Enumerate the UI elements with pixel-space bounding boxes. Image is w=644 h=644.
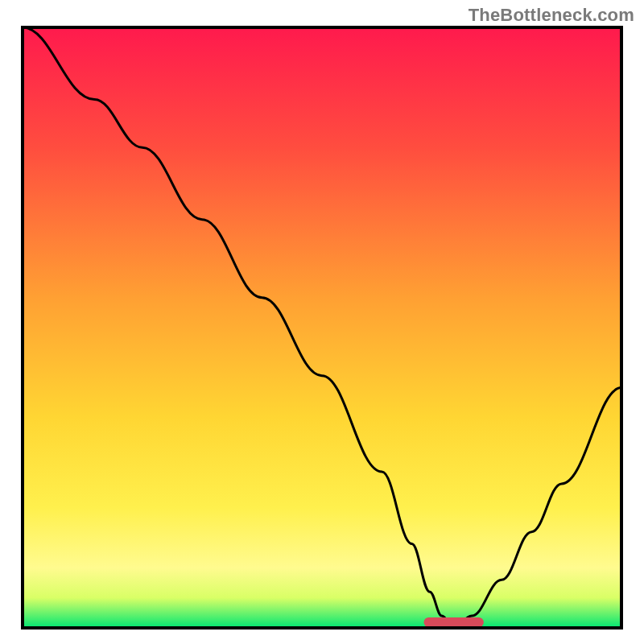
chart-stage: TheBottleneck.com [0,0,644,644]
gradient-background [23,27,621,628]
bottleneck-chart [0,0,644,644]
optimal-range-marker [423,617,483,627]
